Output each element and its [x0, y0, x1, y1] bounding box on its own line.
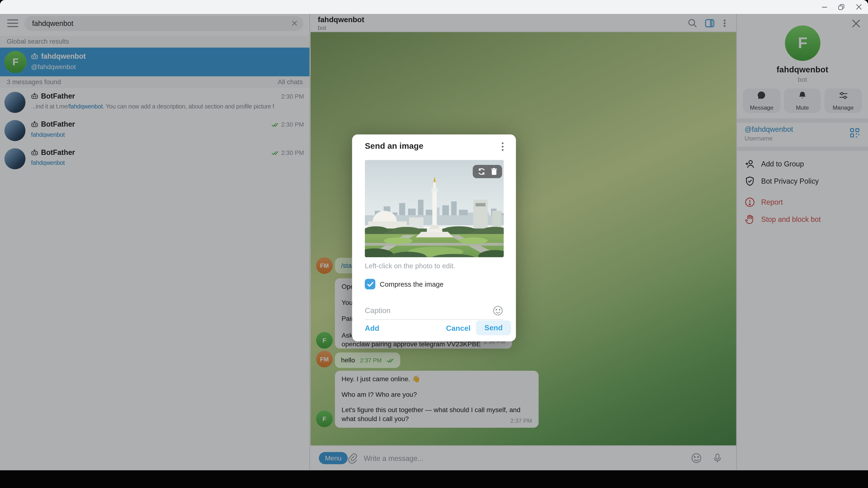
kebab-menu-icon[interactable]	[499, 142, 507, 152]
rotate-icon[interactable]	[477, 168, 485, 175]
photo-preview[interactable]	[365, 160, 504, 257]
caption-field[interactable]	[365, 302, 503, 320]
photo-tools	[473, 165, 502, 178]
dialog-title: Send an image	[365, 141, 423, 151]
telegram-window: Global search results F fahdqwenbot @fah…	[0, 0, 868, 470]
emoji-icon[interactable]	[493, 305, 503, 316]
app-area: Global search results F fahdqwenbot @fah…	[0, 14, 868, 470]
window-titlebar	[0, 0, 868, 14]
photo-edit-hint: Left-click on the photo to edit.	[365, 262, 455, 270]
window-close-icon[interactable]	[849, 0, 868, 14]
screen: Global search results F fahdqwenbot @fah…	[0, 0, 868, 488]
caption-input[interactable]	[365, 302, 487, 319]
delete-icon[interactable]	[490, 168, 497, 175]
window-minimize-icon[interactable]	[815, 0, 834, 14]
compress-checkbox[interactable]	[365, 279, 375, 290]
add-button[interactable]: Add	[365, 324, 379, 332]
cancel-button[interactable]: Cancel	[446, 324, 470, 332]
window-restore-icon[interactable]	[832, 0, 851, 14]
compress-label[interactable]: Compress the image	[380, 281, 444, 288]
send-image-dialog: Send an image	[352, 134, 516, 341]
send-button[interactable]: Send	[476, 320, 511, 335]
taskbar-strip	[0, 470, 868, 488]
